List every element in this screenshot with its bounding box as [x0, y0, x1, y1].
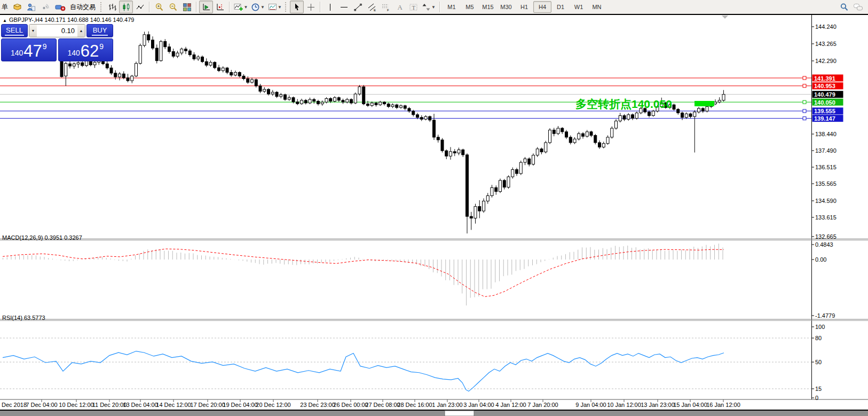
time-axis-label: 28 Dec 16:00	[397, 402, 432, 408]
supply-zone-box	[695, 101, 714, 106]
candle-body	[565, 132, 568, 137]
sell-button[interactable]: SELL	[1, 24, 28, 37]
candle-body	[545, 143, 547, 152]
trendline-button[interactable]	[351, 1, 365, 13]
candle-body	[259, 86, 262, 91]
timeframe-MN[interactable]: MN	[588, 1, 606, 13]
buy-button[interactable]: BUY	[86, 24, 113, 37]
candle-body	[557, 128, 559, 134]
periods-dropdown-icon[interactable]: ▼	[261, 5, 265, 10]
new-order-button[interactable]	[10, 1, 24, 13]
chat-button[interactable]	[851, 1, 865, 13]
candle-body	[119, 74, 121, 77]
candle-body	[160, 42, 162, 61]
volume-value[interactable]: 0.10	[37, 25, 77, 37]
toolbar-separator	[196, 2, 197, 12]
candle-body	[114, 73, 117, 77]
autotrading-button[interactable]	[52, 1, 69, 13]
signals-button[interactable]	[38, 1, 52, 13]
candle-body	[296, 102, 299, 104]
bar-chart-button[interactable]	[105, 1, 119, 13]
price-axis-label: 143.265	[815, 41, 837, 47]
equidistant-channel-button[interactable]: E	[365, 1, 378, 13]
chart-shift-button[interactable]	[213, 1, 227, 13]
arrows-icon	[422, 3, 431, 12]
candle-body	[387, 104, 390, 107]
candle-body	[632, 115, 634, 119]
sell-price-point: 9	[43, 40, 47, 51]
timeframe-M5[interactable]: M5	[461, 1, 479, 13]
crosshair-button[interactable]	[304, 1, 318, 13]
candle-body	[499, 180, 502, 192]
text-button[interactable]: A	[392, 1, 406, 13]
timeframe-H4[interactable]: H4	[533, 1, 551, 13]
candle-body	[516, 170, 518, 174]
profile-button[interactable]	[24, 1, 38, 13]
toolbar-drag-handle[interactable]	[100, 2, 104, 12]
buy-price[interactable]: 140 62 9	[58, 38, 114, 61]
candle-body	[238, 73, 241, 76]
cursor-button[interactable]	[290, 1, 304, 13]
timeframe-D1[interactable]: D1	[551, 1, 570, 13]
candle-body	[325, 98, 328, 102]
zoom-in-icon	[155, 3, 164, 12]
arrows-dropdown-icon[interactable]: ▼	[431, 5, 436, 10]
timeframe-W1[interactable]: W1	[570, 1, 588, 13]
text-label-icon: T	[409, 3, 418, 12]
periods-button[interactable]: ▼	[249, 1, 266, 13]
search-button[interactable]	[837, 1, 851, 13]
auto-scroll-button[interactable]	[199, 1, 213, 13]
time-axis-label: 10 Dec 12:00	[59, 402, 93, 408]
templates-dropdown-icon[interactable]: ▼	[278, 5, 282, 10]
horizontal-line-button[interactable]	[337, 1, 351, 13]
price-badge-label: 140.050	[814, 99, 835, 106]
scrollbar-thumb	[445, 411, 474, 416]
chart-canvas[interactable]: 多空转折点140.050144.240143.265142.290138.440…	[0, 15, 868, 416]
zoom-in-button[interactable]	[152, 1, 166, 13]
main-price-pane: 多空转折点140.050	[0, 15, 811, 233]
new-order-icon	[13, 3, 22, 12]
auto-scroll-icon	[202, 3, 211, 12]
indicators-dropdown-icon[interactable]: ▼	[244, 5, 248, 10]
candle-body	[457, 150, 460, 153]
macd-axis-label: -1.4779	[815, 312, 835, 319]
candle-body	[503, 180, 506, 187]
autotrading-label[interactable]: 自动交易	[70, 3, 96, 12]
price-axis-label: 136.515	[815, 164, 837, 170]
timeframe-M30[interactable]: M30	[497, 1, 515, 13]
one-click-trading-panel: SELL ▼ 0.10 ▲ BUY 140 47 9 140 62 9	[1, 24, 113, 61]
menu-item-partial[interactable]: 单	[2, 3, 8, 12]
scroll-end-marker	[722, 15, 728, 19]
candle-body	[627, 115, 630, 119]
templates-button[interactable]: ▼	[266, 1, 283, 13]
candle-body	[677, 109, 680, 113]
line-chart-button[interactable]	[133, 1, 147, 13]
indicators-button[interactable]: ▼	[232, 1, 249, 13]
svg-text:F: F	[387, 9, 389, 12]
timeframe-M15[interactable]: M15	[479, 1, 497, 13]
timeframe-M1[interactable]: M1	[443, 1, 461, 13]
line-handle	[803, 76, 806, 80]
volume-decrease-button[interactable]: ▼	[29, 25, 37, 37]
collapse-trade-panel-icon[interactable]: ▲	[3, 18, 7, 23]
time-axis-label: 14 Dec 12:00	[156, 402, 191, 408]
candlestick-chart-button[interactable]	[119, 1, 133, 13]
candle-body	[346, 99, 349, 102]
sell-price[interactable]: 140 47 9	[1, 38, 57, 61]
text-label-button[interactable]: T	[406, 1, 420, 13]
vertical-line-button[interactable]	[323, 1, 337, 13]
arrows-button[interactable]: ▼	[420, 1, 437, 13]
volume-increase-button[interactable]: ▲	[77, 25, 85, 37]
candle-body	[412, 111, 415, 115]
fibonacci-button[interactable]: F	[378, 1, 392, 13]
timeframe-H1[interactable]: H1	[515, 1, 533, 13]
candle-body	[110, 68, 113, 73]
candle-body	[209, 62, 212, 65]
zoom-out-button[interactable]	[166, 1, 180, 13]
candle-body	[226, 68, 228, 72]
toolbar-drag-handle[interactable]	[285, 2, 288, 12]
tile-windows-button[interactable]	[180, 1, 194, 13]
candle-body	[334, 98, 336, 101]
candle-body	[590, 132, 593, 136]
candle-body	[536, 149, 539, 155]
